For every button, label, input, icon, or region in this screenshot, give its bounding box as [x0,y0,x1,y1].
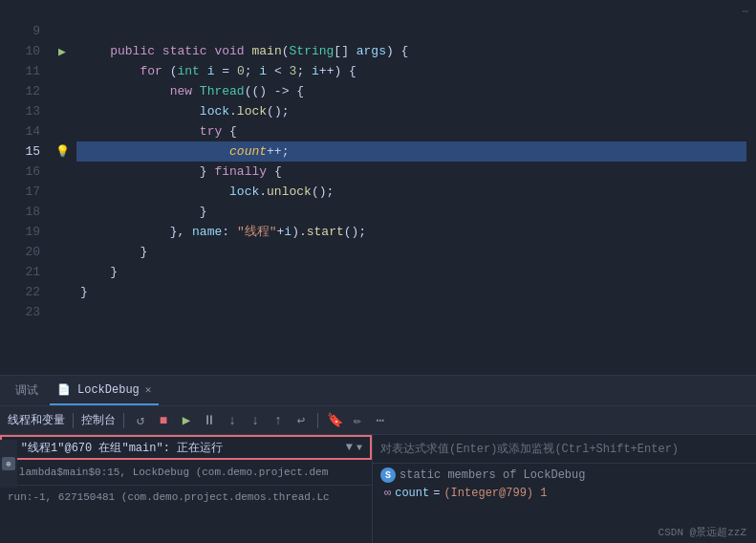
panel-tabs-bar: 调试 📄 LockDebug ✕ [0,376,756,406]
watch-hint: 对表达式求值(Enter)或添加监视(Ctrl+Shift+Enter) [380,441,679,457]
line-numbers: 9 10 11 12 13 14 15 16 17 18 19 20 21 22… [0,21,48,375]
infinity-icon: ∞ [384,487,391,500]
lambda-entry[interactable]: ↩ lambda$main$0:15, LockDebug (com.demo.… [0,460,372,485]
watch-header: 对表达式求值(Enter)或添加监视(Ctrl+Shift+Enter) [373,435,756,464]
debug-toolbar: 线程和变量 控制台 ↺ ■ ▶ ⏸ ↓ ↓ ↑ ↩ 🔖 ✏ ⋯ [0,406,756,435]
code-line-16: } finally { [76,162,746,182]
count-eq: = [433,487,440,500]
gutter-15: 💡 [48,141,76,162]
gutter-23 [48,302,76,322]
filter-arrow-icon[interactable]: ▼ [356,443,362,453]
code-line-21: } [76,262,746,282]
line-num-23: 23 [0,302,40,322]
filter-icon[interactable]: ▼ [346,441,353,454]
line-num-10: 10 [0,41,40,61]
line-num-15: 15 [0,141,40,162]
code-line-15: count++; [76,141,746,162]
line-num-14: 14 [0,121,40,141]
line-num-21: 21 [0,262,40,282]
tab-lockdebug[interactable]: 📄 LockDebug ✕ [50,376,159,405]
tab-lockdebug-label: LockDebug [77,383,140,397]
watermark: CSDN @景远超zzZ [659,525,746,539]
code-line-14: try { [76,121,746,141]
code-line-22: } [76,282,746,302]
lambda-path: lambda$main$0:15, LockDebug (com.demo.pr… [19,467,328,478]
step-out-icon[interactable]: ↑ [270,412,287,429]
toolbar-threads-label[interactable]: 线程和变量 [8,412,65,428]
tab-debug-label: 调试 [15,382,38,399]
code-line-13: lock.lock(); [76,101,746,121]
code-line-23 [76,302,746,322]
toolbar-separator-2 [123,413,124,428]
gutter-14 [48,121,76,141]
step-over-icon[interactable]: ↓ [224,412,241,429]
gutter-11 [48,61,76,81]
static-members-label: static members of LockDebug [400,468,585,482]
run-info-bar: run:-1, 627150481 (com.demo.project.demo… [0,485,372,508]
gutter-13 [48,101,76,121]
toolbar-console-label[interactable]: 控制台 [81,412,116,428]
line-num-11: 11 [0,61,40,81]
tab-debug[interactable]: 调试 [8,376,46,405]
code-line-12: new Thread(() -> { [76,81,746,101]
count-value: (Integer@799) 1 [443,487,547,500]
tab-close-icon[interactable]: ✕ [145,383,152,396]
code-line-18: } [76,202,746,222]
line-num-13: 13 [0,101,40,121]
gutter-20 [48,242,76,262]
active-thread-entry[interactable]: ✓ "线程1"@670 在组"main": 正在运行 ▼ ▼ [0,435,372,460]
edit-icon[interactable]: ✏ [349,412,366,429]
gutter-21 [48,262,76,282]
code-line-9 [76,21,746,41]
thread-name: "线程1"@670 在组"main": 正在运行 [21,440,223,456]
line-num-22: 22 [0,282,40,302]
count-entry: ∞ count = (Integer@799) 1 [380,487,748,500]
left-sidebar: ⊕ [0,440,17,488]
gutter-22 [48,282,76,302]
run-info-text: run:-1, 627150481 (com.demo.project.demo… [8,491,330,503]
code-line-11: for (int i = 0; i < 3; i++) { [76,61,746,81]
line-num-17: 17 [0,182,40,202]
line-num-19: 19 [0,222,40,242]
top-dots-bar: ⋯ [0,0,756,21]
gutter-19 [48,222,76,242]
code-editor: 9 10 11 12 13 14 15 16 17 18 19 20 21 22… [0,21,756,375]
run-cursor-icon[interactable]: ↩ [292,412,310,429]
thread-filter: ▼ ▼ [346,441,362,454]
line-num-18: 18 [0,202,40,222]
code-content: public static void main(String[] args) {… [76,21,756,375]
stop-icon[interactable]: ■ [155,412,172,429]
code-line-17: lock.unlock(); [76,182,746,202]
code-line-20: } [76,242,746,262]
file-icon: 📄 [57,383,71,396]
gutter-18 [48,202,76,222]
line-num-20: 20 [0,242,40,262]
panel-content: ✓ "线程1"@670 在组"main": 正在运行 ▼ ▼ ↩ lambda$… [0,435,756,543]
toolbar-separator-3 [317,413,318,428]
count-label: count [395,487,429,500]
step-into-icon[interactable]: ↓ [247,412,264,429]
code-line-19: }, name: "线程"+i).start(); [76,222,746,242]
static-members-entry: S static members of LockDebug [380,467,748,483]
more-icon[interactable]: ⋯ [372,412,389,429]
threads-panel: ✓ "线程1"@670 在组"main": 正在运行 ▼ ▼ ↩ lambda$… [0,435,373,543]
gutter-17 [48,182,76,202]
static-icon: S [380,467,396,483]
pause-icon[interactable]: ⏸ [201,412,218,429]
editor-gutter: ▶ 💡 [48,21,76,375]
debug-panel: 调试 📄 LockDebug ✕ 线程和变量 控制台 ↺ ■ ▶ ⏸ ↓ ↓ ↑… [0,375,756,543]
line-num-12: 12 [0,81,40,101]
bookmarks-icon[interactable]: 🔖 [326,412,343,429]
resume-icon[interactable]: ▶ [178,412,195,429]
code-line-10: public static void main(String[] args) { [76,41,746,61]
line-num-9: 9 [0,21,40,41]
gutter-12 [48,81,76,101]
decoration-dots: ⋯ [742,5,748,17]
sidebar-top-icon[interactable]: ⊕ [2,457,15,470]
line-num-16: 16 [0,162,40,182]
gutter-10: ▶ [48,41,76,61]
gutter-9 [48,21,76,41]
toolbar-separator-1 [73,413,74,428]
refresh-icon[interactable]: ↺ [132,412,149,429]
gutter-16 [48,162,76,182]
